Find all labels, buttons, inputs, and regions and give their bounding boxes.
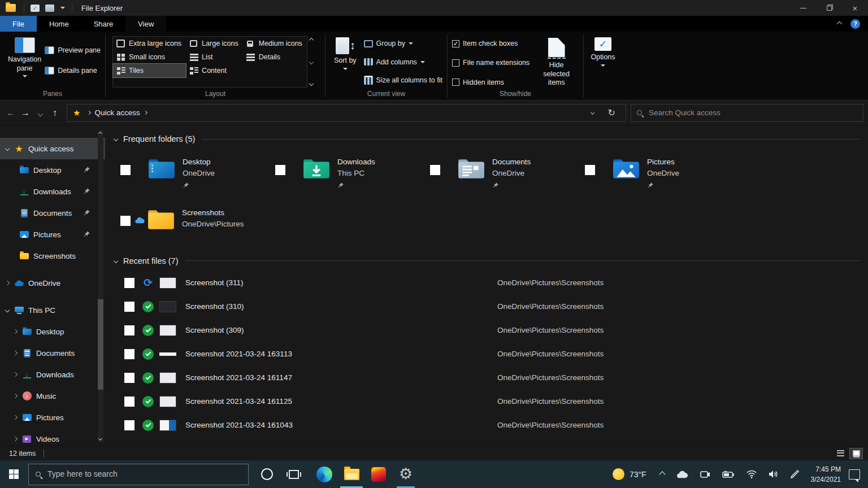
item-checkbox[interactable] xyxy=(124,349,134,359)
tile-screenshots[interactable]: Screenshots OneDrive\Pictures xyxy=(120,207,275,234)
sidebar-item-pc-downloads[interactable]: ↓ Downloads xyxy=(0,364,105,385)
collapse-section-icon[interactable] xyxy=(114,259,118,263)
large-thumbnails-view-button[interactable] xyxy=(850,448,862,459)
file-name-extensions-checkbox[interactable]: File name extensions xyxy=(452,55,530,70)
item-checkbox[interactable] xyxy=(120,165,131,175)
file-row[interactable]: Screenshot (310) OneDrive\Pictures\Scree… xyxy=(105,295,868,319)
collapse-ribbon-icon[interactable] xyxy=(837,21,843,27)
tab-view[interactable]: View xyxy=(125,16,166,32)
sidebar-item-screenshots[interactable]: Screenshots xyxy=(0,245,105,267)
gallery-scroll-down-icon[interactable] xyxy=(309,59,314,64)
sidebar-item-pc-desktop[interactable]: Desktop xyxy=(0,321,105,342)
item-checkbox[interactable] xyxy=(124,302,134,312)
sidebar-item-pictures[interactable]: Pictures xyxy=(0,224,105,245)
collapse-chevron-icon[interactable] xyxy=(13,329,18,334)
scrollbar-thumb[interactable] xyxy=(98,299,103,390)
qat-properties-icon[interactable]: ✓ xyxy=(31,5,40,12)
qat-customize-caret-icon[interactable] xyxy=(60,7,65,9)
preview-pane-button[interactable]: Preview pane xyxy=(45,43,101,58)
up-button[interactable]: ↑ xyxy=(47,108,62,118)
layout-medium-icons[interactable]: Medium icons xyxy=(243,37,307,50)
file-row[interactable]: Screenshot (309) OneDrive\Pictures\Scree… xyxy=(105,319,868,342)
expand-chevron-icon[interactable] xyxy=(5,308,10,312)
address-dropdown-icon[interactable] xyxy=(591,111,594,115)
minimize-button[interactable] xyxy=(790,0,816,16)
tab-file[interactable]: File xyxy=(0,16,37,32)
volume-icon[interactable] xyxy=(769,470,779,478)
task-view-button[interactable] xyxy=(280,460,307,488)
meet-now-icon[interactable] xyxy=(700,470,711,479)
battery-icon[interactable] xyxy=(722,470,735,478)
sidebar-item-desktop[interactable]: Desktop xyxy=(0,159,105,181)
item-checkbox[interactable] xyxy=(275,165,285,175)
scroll-down-icon[interactable] xyxy=(98,437,102,441)
layout-list[interactable]: List xyxy=(186,50,243,64)
gallery-expand-icon[interactable] xyxy=(309,81,314,86)
collapse-chevron-icon[interactable] xyxy=(13,394,18,398)
help-icon[interactable]: ? xyxy=(850,19,860,29)
weather-temperature[interactable]: 73°F xyxy=(630,470,646,479)
office-button[interactable] xyxy=(365,460,392,488)
tile-documents[interactable]: Documents OneDrive xyxy=(430,156,585,192)
sidebar-item-pc-documents[interactable]: Documents xyxy=(0,342,105,364)
back-button[interactable]: ← xyxy=(3,108,18,118)
hidden-icons-chevron-icon[interactable] xyxy=(659,471,665,477)
item-checkbox[interactable] xyxy=(124,325,134,336)
file-explorer-button[interactable] xyxy=(338,460,365,488)
breadcrumb-chevron-icon[interactable] xyxy=(144,111,147,115)
file-row[interactable]: Screenshot 2021-03-24 163113 OneDrive\Pi… xyxy=(105,342,868,366)
details-pane-button[interactable]: Details pane xyxy=(45,63,101,78)
edge-button[interactable] xyxy=(311,460,338,488)
add-columns-button[interactable]: Add columns xyxy=(364,55,442,69)
recent-files-section-header[interactable]: Recent files (7) xyxy=(105,256,868,265)
item-check-boxes-checkbox[interactable]: ✓ Item check boxes xyxy=(452,36,530,51)
item-checkbox[interactable] xyxy=(120,216,131,226)
taskbar-search-input[interactable] xyxy=(47,470,241,478)
layout-small-icons[interactable]: Small icons xyxy=(113,50,186,64)
collapse-section-icon[interactable] xyxy=(114,137,118,141)
collapse-chevron-icon[interactable] xyxy=(13,351,18,355)
start-button[interactable] xyxy=(0,460,27,488)
hide-selected-items-button[interactable]: Hide selected items xyxy=(534,35,579,90)
pen-icon[interactable] xyxy=(790,469,800,479)
size-all-columns-button[interactable]: Size all columns to fit xyxy=(364,73,442,88)
recent-locations-icon[interactable] xyxy=(33,108,47,118)
layout-large-icons[interactable]: Large icons xyxy=(186,37,243,50)
sidebar-item-this-pc[interactable]: This PC xyxy=(0,299,105,321)
explorer-search-box[interactable] xyxy=(631,104,863,122)
details-view-button[interactable] xyxy=(834,448,847,459)
forward-button[interactable]: → xyxy=(18,108,33,118)
explorer-search-input[interactable] xyxy=(649,108,857,117)
weather-sun-icon[interactable] xyxy=(613,468,624,480)
sidebar-item-pc-videos[interactable]: ▶ Videos xyxy=(0,428,105,450)
item-checkbox[interactable] xyxy=(124,396,134,407)
sidebar-item-pc-music[interactable]: ♪ Music xyxy=(0,385,105,407)
options-button[interactable]: ✓ Options xyxy=(588,35,618,88)
file-row[interactable]: Screenshot 2021-03-24 161043 OneDrive\Pi… xyxy=(105,413,868,437)
restore-button[interactable] xyxy=(816,0,842,16)
collapse-chevron-icon[interactable] xyxy=(13,372,18,377)
sidebar-item-downloads[interactable]: ↓ Downloads xyxy=(0,181,105,202)
item-checkbox[interactable] xyxy=(124,373,134,383)
qat-new-folder-icon[interactable] xyxy=(45,5,54,12)
settings-button[interactable]: ⚙ xyxy=(392,460,419,488)
sidebar-scrollbar[interactable] xyxy=(98,130,103,442)
collapse-chevron-icon[interactable] xyxy=(13,437,18,441)
sidebar-item-pc-pictures[interactable]: Pictures xyxy=(0,407,105,428)
wifi-icon[interactable] xyxy=(746,470,757,478)
sidebar-item-onedrive[interactable]: OneDrive xyxy=(0,272,105,294)
onedrive-tray-icon[interactable] xyxy=(676,470,688,478)
address-bar[interactable]: ★ Quick access ↻ xyxy=(67,104,626,122)
layout-extra-large-icons[interactable]: Extra large icons xyxy=(113,37,186,50)
sidebar-item-documents[interactable]: Documents xyxy=(0,202,105,224)
gallery-scroll-up-icon[interactable] xyxy=(309,38,314,42)
taskbar-clock[interactable]: 7:45 PM 3/24/2021 xyxy=(811,464,841,485)
item-checkbox[interactable] xyxy=(124,278,134,288)
sidebar-item-quick-access[interactable]: ★ Quick access xyxy=(0,138,105,159)
file-row[interactable]: Screenshot 2021-03-24 161125 OneDrive\Pi… xyxy=(105,390,868,413)
breadcrumb-chevron-icon[interactable] xyxy=(87,111,91,115)
scroll-up-icon[interactable] xyxy=(98,132,102,136)
tile-desktop[interactable]: Desktop OneDrive xyxy=(120,156,275,192)
close-button[interactable]: × xyxy=(842,0,868,16)
breadcrumb-quick-access[interactable]: Quick access xyxy=(94,108,140,117)
